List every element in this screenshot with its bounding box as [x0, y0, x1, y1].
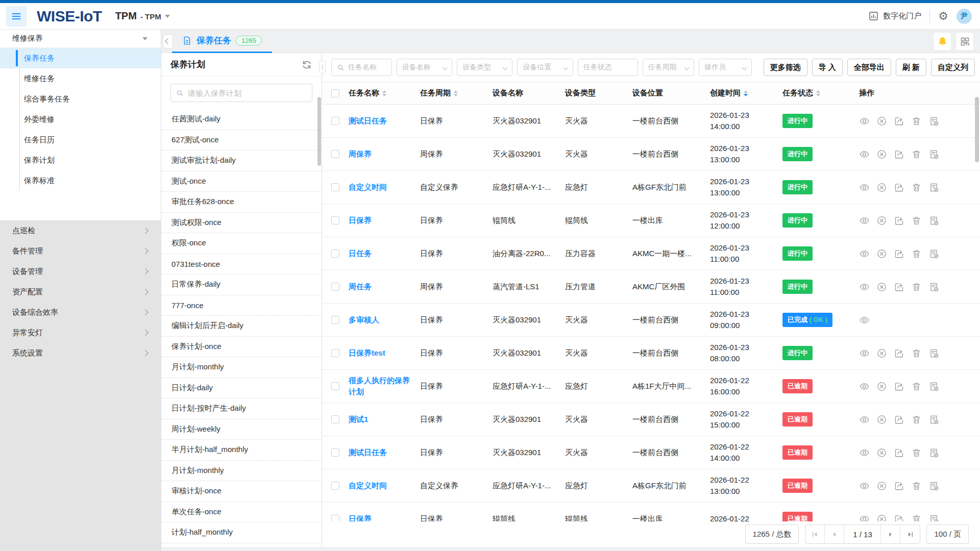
filter-device-name-select[interactable]: 设备名称 [397, 59, 452, 76]
row-checkbox[interactable] [331, 183, 339, 191]
transfer-action-icon[interactable] [894, 348, 904, 359]
view-action-icon[interactable] [859, 381, 870, 392]
table-scrollbar[interactable] [975, 97, 979, 162]
sidebar-item[interactable]: 维修任务 [0, 68, 161, 89]
export-all-button[interactable]: 全部导出 [847, 59, 891, 76]
sidebar-module[interactable]: 异常安灯 [0, 322, 161, 343]
report-action-icon[interactable] [928, 282, 939, 292]
cancel-action-icon[interactable] [876, 182, 887, 193]
delete-action-icon[interactable] [911, 414, 922, 425]
sidebar-module[interactable]: 备件管理 [0, 241, 161, 261]
transfer-action-icon[interactable] [894, 514, 904, 522]
delete-action-icon[interactable] [911, 481, 922, 491]
view-action-icon[interactable] [859, 248, 870, 259]
plan-item[interactable]: 日计划-按时产生-daily [161, 398, 322, 419]
row-checkbox[interactable] [331, 283, 339, 291]
cancel-action-icon[interactable] [876, 282, 887, 292]
cancel-action-icon[interactable] [876, 248, 887, 259]
view-action-icon[interactable] [859, 514, 870, 522]
view-action-icon[interactable] [859, 149, 870, 160]
row-checkbox[interactable] [331, 349, 339, 357]
filter-task-cycle-select[interactable]: 任务周期 [643, 59, 695, 76]
view-action-icon[interactable] [859, 116, 870, 127]
notification-bell-button[interactable] [933, 32, 951, 51]
sidebar-module[interactable]: 系统设置 [0, 343, 161, 363]
plan-item[interactable]: 日常保养-daily [161, 274, 322, 295]
view-action-icon[interactable] [859, 481, 870, 491]
cancel-action-icon[interactable] [876, 215, 887, 226]
prev-page-button[interactable] [825, 525, 844, 543]
avatar[interactable]: 尹 [957, 9, 972, 24]
report-action-icon[interactable] [928, 116, 939, 127]
delete-action-icon[interactable] [911, 282, 922, 292]
qr-grid-button[interactable] [955, 32, 974, 51]
report-action-icon[interactable] [928, 414, 939, 425]
filter-device-location-select[interactable]: 设备位置 [517, 59, 573, 76]
row-checkbox[interactable] [331, 316, 339, 324]
import-button[interactable]: 导 入 [812, 59, 843, 76]
plan-item[interactable]: 审核计划-once [161, 481, 322, 502]
plan-item[interactable]: 测试-once [161, 171, 322, 192]
transfer-action-icon[interactable] [894, 215, 904, 226]
report-action-icon[interactable] [928, 248, 939, 259]
filter-task-name-input[interactable]: 任务名称 [331, 59, 392, 76]
transfer-action-icon[interactable] [894, 381, 904, 392]
delete-action-icon[interactable] [911, 381, 922, 392]
plan-item[interactable]: 任茜测试-daily [161, 109, 322, 130]
task-name-link[interactable]: 周保养 [349, 148, 372, 160]
delete-action-icon[interactable] [911, 248, 922, 259]
plan-item[interactable]: 测试-once [161, 543, 322, 547]
row-checkbox[interactable] [331, 117, 339, 125]
transfer-action-icon[interactable] [894, 248, 904, 259]
refresh-button[interactable]: 刷 新 [896, 59, 926, 76]
plan-item[interactable]: 审批任务628-once [161, 192, 322, 213]
view-action-icon[interactable] [859, 348, 870, 359]
digital-portal-link[interactable]: 数字化门户 [868, 11, 921, 21]
cancel-action-icon[interactable] [876, 481, 887, 491]
delete-action-icon[interactable] [911, 447, 922, 458]
task-name-link[interactable]: 测试1 [349, 414, 368, 425]
cancel-action-icon[interactable] [876, 414, 887, 425]
cancel-action-icon[interactable] [876, 116, 887, 127]
plan-item[interactable]: 月计划-monthly [161, 357, 322, 378]
row-checkbox[interactable] [331, 448, 339, 457]
panel-splitter-handle[interactable]: ⋮ [319, 60, 326, 74]
plan-item[interactable]: 单次任务-once [161, 502, 322, 523]
filter-task-status-input[interactable]: 任务状态 [578, 59, 638, 76]
cancel-action-icon[interactable] [876, 381, 887, 392]
row-checkbox[interactable] [331, 216, 339, 224]
task-name-link[interactable]: 日保养 [349, 215, 372, 226]
cancel-action-icon[interactable] [876, 514, 887, 522]
custom-columns-button[interactable]: 自定义列 [931, 59, 975, 76]
sidebar-item[interactable]: 综合事务任务 [0, 89, 161, 109]
view-action-icon[interactable] [859, 282, 870, 292]
plan-item[interactable]: 日计划-daily [161, 378, 322, 399]
plan-item[interactable]: 月计划-monthly [161, 461, 322, 482]
task-name-link[interactable]: 日保养test [349, 347, 385, 359]
sidebar-item[interactable]: 外委维修 [0, 109, 161, 130]
transfer-action-icon[interactable] [894, 481, 904, 491]
row-checkbox[interactable] [331, 482, 339, 490]
report-action-icon[interactable] [928, 348, 939, 359]
app-switcher[interactable]: TPM - TPM [115, 10, 170, 22]
delete-action-icon[interactable] [911, 215, 922, 226]
row-checkbox[interactable] [331, 249, 339, 258]
plan-item[interactable]: 627测试-once [161, 130, 322, 151]
task-name-link[interactable]: 多审核人 [349, 314, 379, 325]
transfer-action-icon[interactable] [894, 447, 904, 458]
task-name-link[interactable]: 自定义时间 [349, 182, 387, 193]
transfer-action-icon[interactable] [894, 414, 904, 425]
sidebar-item[interactable]: 保养标准 [0, 170, 161, 191]
next-page-button[interactable] [881, 525, 900, 543]
row-checkbox[interactable] [331, 150, 339, 158]
view-action-icon[interactable] [859, 414, 870, 425]
plan-search-input[interactable] [188, 89, 307, 97]
sidebar-module[interactable]: 设备综合效率 [0, 302, 161, 322]
transfer-action-icon[interactable] [894, 149, 904, 160]
plan-item[interactable]: 777-once [161, 295, 322, 316]
plan-item[interactable]: 测试权限-once [161, 213, 322, 234]
task-name-link[interactable]: 测试日任务 [349, 115, 387, 127]
sidebar-item[interactable]: 保养计划 [0, 150, 161, 170]
select-all-checkbox[interactable] [331, 89, 339, 97]
report-action-icon[interactable] [928, 514, 939, 522]
